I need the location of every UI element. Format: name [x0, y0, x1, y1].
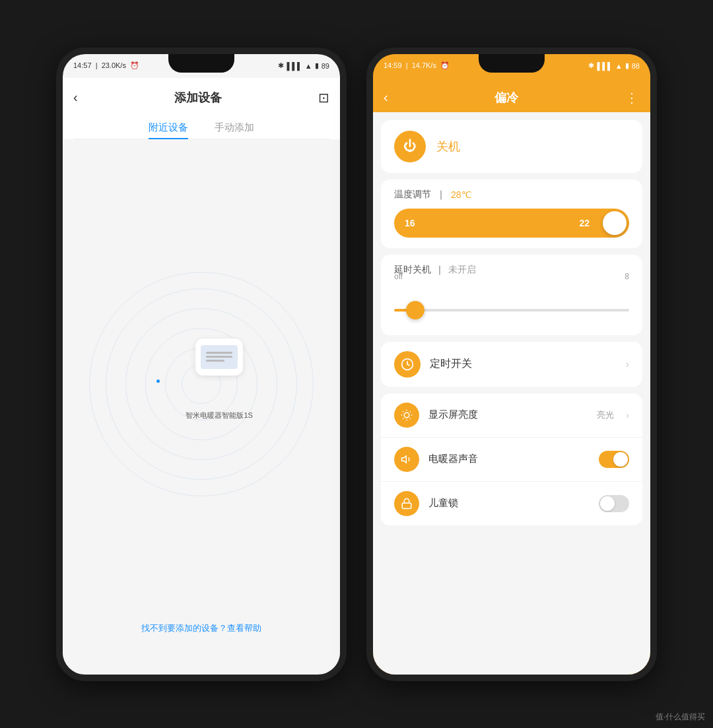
timer-separator: ｜ — [435, 264, 444, 276]
childlock-toggle[interactable] — [599, 495, 629, 512]
right-nav: ‹ 偏冷 ⋮ — [384, 83, 640, 112]
temp-mid-label: 22 — [579, 218, 590, 228]
right-status-icons: ✱ ▌▌▌ ▲ ▮ 88 — [588, 61, 640, 70]
power-label: 关机 — [436, 139, 460, 154]
radar-circle-6 — [89, 272, 314, 496]
right-screen: 14:59 | 14.7K/s ⏰ ✱ ▌▌▌ ▲ ▮ 88 ‹ 偏冷 ⋮ — [373, 54, 650, 675]
tab-nearby[interactable]: 附近设备 — [149, 117, 188, 139]
left-header: ‹ 添加设备 ⊡ 附近设备 手动添加 — [63, 78, 340, 139]
temp-value: 28℃ — [451, 189, 472, 200]
temp-separator: ｜ — [436, 189, 446, 201]
tabs-row: 附近设备 手动添加 — [73, 112, 329, 139]
radar-container: 智米电暖器智能版1S — [89, 272, 314, 496]
tab-manual[interactable]: 手动添加 — [215, 117, 254, 139]
childlock-icon — [394, 491, 419, 516]
svg-line-5 — [410, 418, 411, 418]
left-screen: 14:57 | 23.0K/s ⏰ ✱ ▌▌▌ ▲ ▮ 89 ‹ 添加设备 ⊡ … — [63, 54, 340, 675]
right-header: ‹ 偏冷 ⋮ — [373, 78, 650, 112]
sound-toggle[interactable] — [599, 451, 629, 468]
right-page-title: 偏冷 — [494, 90, 518, 106]
signal-icon: ▌▌▌ — [287, 62, 302, 70]
brightness-value: 亮光 — [597, 409, 614, 421]
sound-icon — [394, 447, 419, 472]
back-button[interactable]: ‹ — [73, 90, 78, 105]
schedule-chevron: › — [626, 358, 629, 370]
wifi-icon: ▲ — [305, 62, 312, 70]
right-more-button[interactable]: ⋮ — [625, 90, 640, 106]
device-label: 智米电暖器智能版1S — [186, 411, 252, 420]
brightness-chevron: › — [626, 410, 629, 420]
sound-label: 电暖器声音 — [428, 453, 590, 465]
left-status-icons: ✱ ▌▌▌ ▲ ▮ 89 — [278, 61, 329, 70]
schedule-icon — [394, 351, 421, 378]
temperature-slider[interactable]: 16 22 — [394, 209, 629, 238]
watermark: 值·什么值得买 — [656, 711, 705, 723]
content-area: ⏻ 关机 温度调节 ｜ 28℃ 16 22 延 — [373, 112, 650, 675]
right-battery-pct: 88 — [632, 62, 640, 70]
off-slider[interactable] — [394, 296, 629, 325]
off-start-label: off — [394, 272, 403, 281]
brightness-label: 显示屏亮度 — [428, 409, 588, 421]
left-speed: 23.0K/s — [102, 61, 126, 69]
battery-pct: 89 — [322, 62, 329, 70]
search-area: 智米电暖器智能版1S 找不到要添加的设备？查看帮助 — [63, 139, 340, 674]
timer-status: 未开启 — [448, 264, 476, 276]
power-icon: ⏻ — [403, 139, 417, 154]
temp-section-label: 温度调节 — [394, 189, 431, 201]
off-slider-thumb[interactable] — [406, 301, 424, 319]
right-phone: 14:59 | 14.7K/s ⏰ ✱ ▌▌▌ ▲ ▮ 88 ‹ 偏冷 ⋮ — [366, 48, 657, 681]
right-speed: 14.7K/s — [412, 61, 436, 69]
temp-min-label: 16 — [405, 218, 415, 228]
device-lines — [206, 352, 232, 362]
clock-icon — [401, 358, 414, 371]
temp-header: 温度调节 ｜ 28℃ — [394, 189, 629, 201]
svg-rect-11 — [402, 503, 411, 508]
left-time: 14:57 — [73, 61, 92, 69]
svg-line-9 — [410, 411, 411, 412]
settings-childlock: 儿童锁 — [381, 482, 642, 525]
timer-header: 延时关机 ｜ 未开启 — [394, 264, 629, 276]
left-phone: 14:57 | 23.0K/s ⏰ ✱ ▌▌▌ ▲ ▮ 89 ‹ 添加设备 ⊡ … — [56, 48, 347, 681]
device-line-3 — [206, 360, 224, 362]
timer-card: 延时关机 ｜ 未开启 off 8 — [381, 255, 642, 335]
scan-button[interactable]: ⊡ — [318, 90, 329, 106]
right-notch — [479, 54, 545, 73]
device-icon[interactable] — [195, 339, 243, 376]
left-notch — [168, 54, 234, 73]
power-button[interactable]: ⏻ — [394, 131, 426, 162]
help-text[interactable]: 找不到要添加的设备？查看帮助 — [63, 622, 340, 634]
left-time-speed: 14:57 | 23.0K/s ⏰ — [73, 61, 139, 70]
power-card: ⏻ 关机 — [381, 120, 642, 173]
off-end-label: 8 — [625, 272, 629, 281]
right-time: 14:59 — [384, 61, 402, 69]
childlock-toggle-thumb — [600, 496, 615, 511]
device-line-1 — [206, 352, 232, 354]
page-title: 添加设备 — [174, 90, 222, 106]
childlock-label: 儿童锁 — [428, 497, 590, 510]
sound-toggle-thumb — [613, 452, 628, 467]
off-slider-wrapper: off 8 — [394, 284, 629, 325]
right-battery-icon: ▮ — [625, 61, 629, 70]
right-back-button[interactable]: ‹ — [384, 90, 388, 105]
brightness-icon — [394, 403, 419, 428]
left-nav: ‹ 添加设备 ⊡ — [73, 83, 329, 112]
schedule-card[interactable]: 定时开关 › — [381, 342, 642, 387]
svg-marker-10 — [402, 455, 407, 463]
settings-brightness[interactable]: 显示屏亮度 亮光 › — [381, 393, 642, 438]
off-slider-track — [394, 309, 629, 312]
settings-sound: 电暖器声音 — [381, 438, 642, 482]
schedule-label: 定时开关 — [430, 357, 617, 371]
right-time-speed: 14:59 | 14.7K/s ⏰ — [384, 61, 450, 70]
battery-icon: ▮ — [315, 61, 319, 70]
temperature-card: 温度调节 ｜ 28℃ 16 22 — [381, 180, 642, 248]
right-wifi-icon: ▲ — [615, 62, 623, 70]
device-line-2 — [206, 356, 232, 358]
temp-slider-thumb[interactable] — [603, 211, 627, 235]
svg-line-4 — [403, 411, 403, 412]
settings-card: 显示屏亮度 亮光 › 电暖器声音 — [381, 393, 642, 525]
device-screen — [201, 345, 238, 369]
svg-line-8 — [403, 418, 403, 418]
svg-point-1 — [404, 413, 409, 418]
right-signal-icon: ▌▌▌ — [597, 62, 612, 70]
